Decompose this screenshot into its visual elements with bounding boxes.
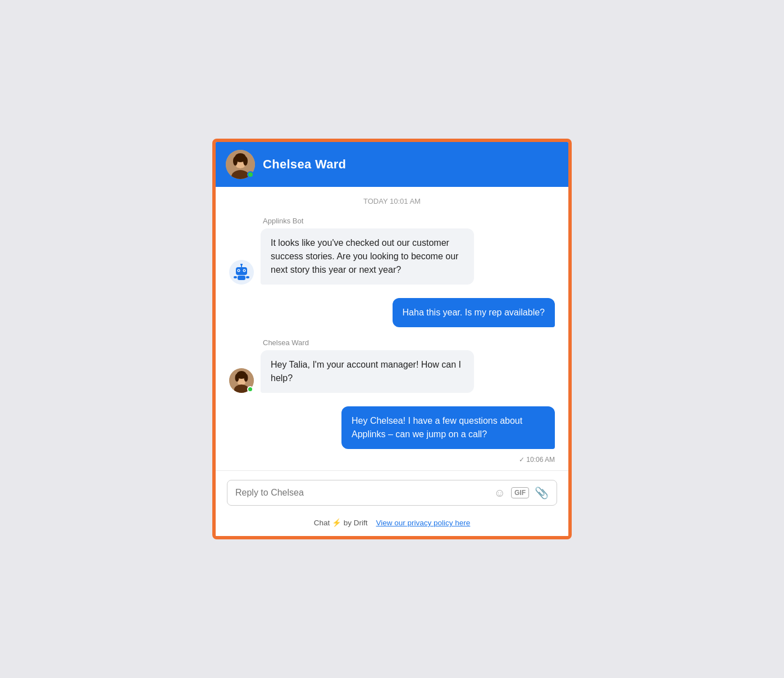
chat-prefix: Chat: [314, 519, 330, 527]
outgoing-bubble-2: Hey Chelsea! I have a few questions abou…: [341, 406, 555, 449]
svg-point-24: [244, 374, 248, 382]
bot-avatar-circle: [229, 260, 254, 285]
outgoing-bubble-1: Haha this year. Is my rep available?: [393, 298, 555, 327]
contact-name: Chelsea Ward: [263, 157, 346, 172]
reply-input-row: ☺ GIF 📎: [227, 480, 557, 506]
emoji-icon[interactable]: ☺: [494, 487, 505, 500]
bot-sender-label: Applinks Bot: [263, 217, 555, 225]
time-receipt: ✓ 10:06 AM: [216, 455, 568, 470]
svg-rect-16: [234, 276, 237, 278]
online-indicator: [247, 171, 254, 178]
svg-point-13: [238, 270, 239, 271]
chelsea-message-row: Hey Talia, I'm your account manager! How…: [229, 350, 555, 393]
chelsea-bubble: Hey Talia, I'm your account manager! How…: [261, 350, 474, 393]
chat-widget: Chelsea Ward TODAY 10:01 AM Applinks Bot: [212, 139, 572, 539]
timestamp: TODAY 10:01 AM: [216, 187, 568, 211]
bolt-icon: ⚡: [332, 519, 341, 527]
chat-suffix: by Drift: [344, 519, 368, 527]
bot-message-section: Applinks Bot: [216, 211, 568, 292]
chelsea-message-section: Chelsea Ward: [216, 333, 568, 401]
outgoing-message-2: Hey Chelsea! I have a few questions abou…: [216, 401, 568, 455]
svg-point-9: [240, 264, 243, 265]
chat-body: TODAY 10:01 AM Applinks Bot: [216, 187, 568, 536]
svg-rect-17: [246, 276, 249, 278]
header-avatar-wrap: [226, 150, 255, 179]
attachment-icon[interactable]: 📎: [535, 486, 549, 500]
gif-button[interactable]: GIF: [511, 487, 529, 498]
chat-header: Chelsea Ward: [216, 142, 568, 187]
chelsea-avatar-wrap: [229, 368, 254, 393]
reply-area: ☺ GIF 📎: [216, 470, 568, 512]
bot-bubble: It looks like you've checked out our cus…: [261, 228, 474, 285]
bot-message-row: It looks like you've checked out our cus…: [229, 228, 555, 285]
svg-point-14: [244, 270, 245, 271]
svg-point-20: [238, 381, 245, 385]
outgoing-message-1: Haha this year. Is my rep available?: [216, 292, 568, 333]
svg-point-6: [233, 157, 238, 166]
svg-point-4: [236, 163, 245, 168]
svg-point-7: [243, 157, 248, 166]
privacy-policy-link[interactable]: View our privacy policy here: [376, 519, 471, 527]
svg-point-23: [235, 374, 239, 382]
reply-input[interactable]: [235, 488, 489, 498]
svg-rect-15: [238, 276, 245, 280]
bot-avatar: [229, 260, 254, 285]
chat-footer: Chat ⚡ by Drift View our privacy policy …: [216, 512, 568, 536]
chelsea-sender-label: Chelsea Ward: [263, 338, 555, 347]
chelsea-online-dot: [247, 386, 253, 392]
